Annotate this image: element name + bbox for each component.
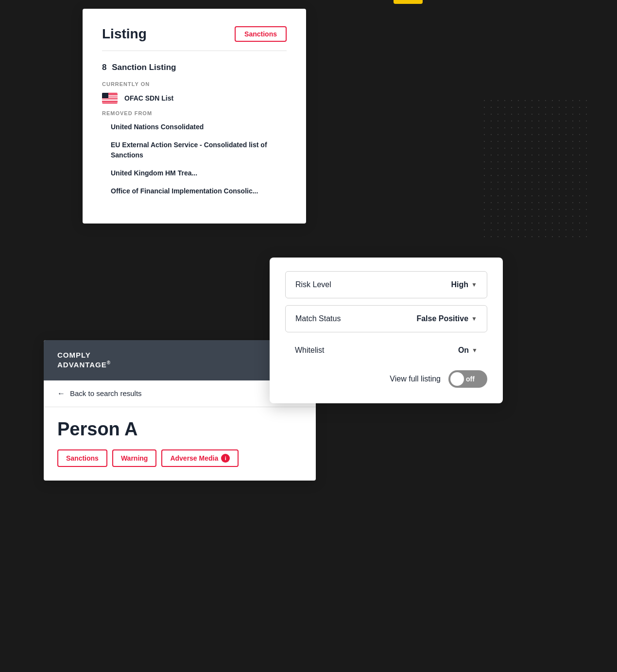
dot-pattern [481,97,588,243]
ca-logo-reg: ® [107,360,111,365]
removed-item-text-bold: Office of Financial Implementation Conso… [111,187,258,195]
removed-from-label: REMOVED FROM [102,110,287,116]
listing-divider [102,51,287,51]
ca-logo: COMPLY ADVANTAGE® [57,351,302,370]
back-arrow-icon: ← [57,389,65,398]
listing-title: Listing [102,26,147,42]
list-item: EU External Action Service - Consolidate… [111,140,287,160]
tag-warning-label: Warning [121,454,148,462]
info-icon: i [221,454,230,463]
tag-adverse-media[interactable]: Adverse Media i [161,449,239,467]
risk-level-label: Risk Level [295,280,331,289]
person-name: Person A [44,407,316,449]
listing-header: Listing Sanctions [102,26,287,42]
tag-adverse-media-label: Adverse Media [170,454,218,462]
match-status-value: False Positive [416,314,468,323]
tag-sanctions-label: Sanctions [66,454,99,462]
currently-on-label: CURRENTLY ON [102,81,287,87]
whitelist-chevron-icon: ▼ [472,347,478,354]
settings-panel: Risk Level High ▼ Match Status False Pos… [270,258,503,403]
removed-item-text: United Kingdom HM Trea... [111,169,197,177]
ca-logo-line2: ADVANTAGE [57,361,107,369]
toggle-text: off [466,375,475,383]
list-item: United Nations Consolidated [111,122,287,132]
risk-level-row[interactable]: Risk Level High ▼ [285,271,487,298]
ca-logo-line1: COMPLY [57,351,91,359]
risk-level-chevron-icon: ▼ [471,281,477,288]
match-status-row[interactable]: Match Status False Positive ▼ [285,305,487,332]
ofac-list-item: OFAC SDN List [102,93,287,103]
match-status-dropdown[interactable]: False Positive ▼ [416,314,477,323]
listing-card: Listing Sanctions 8 Sanction Listing CUR… [83,9,306,224]
list-item: Office of Financial Implementation Conso… [111,186,287,196]
whitelist-row: Whitelist On ▼ [285,339,487,362]
view-full-toggle[interactable]: off [448,370,487,388]
tag-warning[interactable]: Warning [112,449,156,467]
removed-items-list: United Nations Consolidated EU External … [111,122,287,196]
listing-sanctions-badge[interactable]: Sanctions [235,26,287,42]
list-item: United Kingdom HM Trea... [111,168,287,178]
tags-row: Sanctions Warning Adverse Media i [44,449,316,481]
ofac-text: OFAC SDN List [124,94,173,102]
whitelist-label: Whitelist [295,346,324,355]
removed-item-text: United Nations Consolidated [111,123,204,131]
sanction-count: 8 [102,63,106,72]
sanction-count-title: 8 Sanction Listing [102,63,287,72]
tag-sanctions[interactable]: Sanctions [57,449,107,467]
sanction-title: Sanction Listing [112,63,176,72]
match-status-label: Match Status [295,314,341,323]
yellow-accent [394,0,423,4]
whitelist-value: On [458,346,469,355]
us-flag-icon [102,93,118,103]
match-status-chevron-icon: ▼ [471,315,477,322]
view-full-label: View full listing [390,375,441,383]
risk-level-value: High [451,280,469,289]
view-full-row: View full listing off [285,365,487,388]
back-label: Back to search results [70,389,142,397]
removed-item-text: EU External Action Service - Consolidate… [111,141,267,159]
whitelist-dropdown[interactable]: On ▼ [458,346,478,355]
risk-level-dropdown[interactable]: High ▼ [451,280,477,289]
toggle-circle [450,372,464,386]
